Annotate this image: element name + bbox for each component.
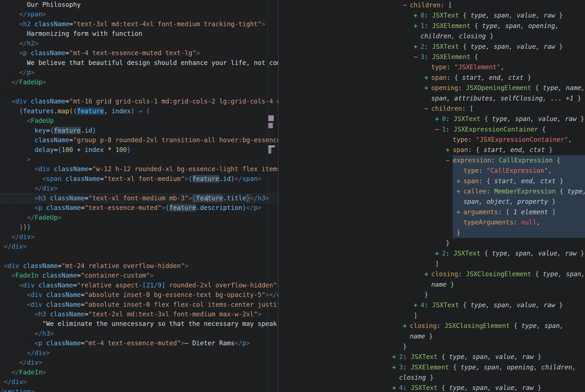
- ast-row[interactable]: +1: JSXElement { type, span, opening,: [278, 21, 585, 31]
- expand-toggle-icon[interactable]: +: [392, 383, 399, 392]
- code-line[interactable]: <div className="w-12 h-12 rounded-xl bg-…: [0, 164, 278, 174]
- expand-toggle-icon[interactable]: +: [403, 321, 410, 331]
- ast-row[interactable]: −children: [: [278, 104, 585, 114]
- ast-row[interactable]: +2: JSXText { type, span, value, raw }: [278, 248, 585, 258]
- ast-row[interactable]: name }: [278, 280, 585, 290]
- code-line[interactable]: "We eliminate the unnecessary so that th…: [0, 319, 278, 329]
- code-line[interactable]: </div>: [0, 358, 278, 368]
- expand-toggle-icon[interactable]: +: [424, 83, 431, 93]
- code-line[interactable]: className="group p-8 rounded-2xl transit…: [0, 136, 278, 145]
- ast-row[interactable]: +0: JSXText { type, span, value, raw }: [278, 114, 585, 124]
- code-line[interactable]: <div className="relative aspect-[21/9] r…: [0, 280, 278, 290]
- ast-row[interactable]: span, object, property }: [278, 196, 585, 207]
- ast-row[interactable]: }: [278, 238, 585, 248]
- code-line[interactable]: ))}: [0, 222, 278, 232]
- expand-toggle-icon[interactable]: +: [414, 10, 421, 20]
- ast-row[interactable]: −3: JSXElement {: [278, 52, 585, 62]
- code-line[interactable]: <p className="mt-4 text-essence-muted te…: [0, 48, 278, 58]
- collapse-toggle-icon[interactable]: −: [435, 124, 442, 134]
- code-line[interactable]: {features.map((feature, index) ⇒ (: [0, 106, 278, 116]
- ast-row[interactable]: +opening: JSXOpeningElement { type, name…: [278, 83, 585, 93]
- code-line-current[interactable]: <h3 className="text-xl font-medium mb-3"…: [0, 194, 278, 203]
- code-line[interactable]: <h2 className="text-3xl md:text-4xl font…: [0, 19, 278, 29]
- code-line[interactable]: </p>: [0, 68, 278, 77]
- code-line[interactable]: We believe that beautiful design should …: [0, 58, 278, 68]
- expand-toggle-icon[interactable]: +: [414, 21, 421, 31]
- code-line[interactable]: </h2>: [0, 39, 278, 48]
- ast-row[interactable]: +4: JSXText { type, span, value, raw }: [278, 300, 585, 310]
- code-line[interactable]: <FadeIn className="container-custom">: [0, 271, 278, 280]
- ast-row[interactable]: type: "JSXExpressionContainer",: [278, 134, 585, 145]
- ast-row[interactable]: }: [278, 290, 585, 300]
- collapse-toggle-icon[interactable]: −: [414, 52, 421, 62]
- code-line[interactable]: key={feature.id}: [0, 126, 278, 136]
- ast-row[interactable]: +span: { start, end, ctxt }: [278, 145, 585, 155]
- expand-toggle-icon[interactable]: +: [392, 362, 399, 372]
- code-line[interactable]: Harmonizing form with function: [0, 29, 278, 38]
- expand-toggle-icon[interactable]: +: [424, 72, 431, 83]
- ast-row[interactable]: +closing: JSXClosingElement { type, span…: [278, 321, 585, 331]
- code-line[interactable]: <div className="mt-24 relative overflow-…: [0, 261, 278, 271]
- ast-row[interactable]: typeArguments: null,: [278, 217, 585, 228]
- ast-row[interactable]: +2: JSXText { type, span, value, raw }: [278, 42, 585, 52]
- code-line[interactable]: </div>: [0, 232, 278, 242]
- ast-row[interactable]: +arguments: [ 1 element ]: [278, 207, 585, 217]
- ast-row[interactable]: type: "JSXElement",: [278, 62, 585, 72]
- code-line[interactable]: <div className="absolute inset-0 flex fl…: [0, 300, 278, 310]
- code-line[interactable]: <h3 className="text-2xl md:text-3xl font…: [0, 310, 278, 319]
- expand-toggle-icon[interactable]: +: [435, 248, 442, 258]
- code-line[interactable]: <p className="mt-4 text-essence-muted">—…: [0, 338, 278, 348]
- code-line[interactable]: </h3>: [0, 329, 278, 338]
- ast-row[interactable]: +4: JSXText { type, span, value, raw }: [278, 383, 585, 392]
- ast-row[interactable]: +span: { start, end, ctxt }: [278, 72, 585, 83]
- expand-toggle-icon[interactable]: +: [392, 352, 399, 362]
- collapse-toggle-icon[interactable]: −: [403, 0, 410, 10]
- code-line[interactable]: <p className="text-essence-muted">{featu…: [0, 203, 278, 213]
- code-line[interactable]: </div>: [0, 184, 278, 193]
- code-line[interactable]: </div>: [0, 348, 278, 358]
- code-line[interactable]: <span className="text-xl font-medium">{f…: [0, 174, 278, 184]
- ast-row[interactable]: −expression: CallExpression {: [278, 155, 585, 166]
- code-line[interactable]: [0, 87, 278, 97]
- code-line[interactable]: [0, 252, 278, 261]
- code-line[interactable]: </FadeUp>: [0, 213, 278, 222]
- expand-toggle-icon[interactable]: +: [446, 145, 453, 155]
- code-line[interactable]: </span>: [0, 10, 278, 19]
- code-line[interactable]: </section>: [0, 387, 278, 392]
- ast-row[interactable]: span, attributes, selfClosing, ... +1 }: [278, 93, 585, 104]
- ast-row[interactable]: +span: { start, end, ctxt }: [278, 176, 585, 186]
- ast-row[interactable]: +3: JSXElement { type, span, opening, ch…: [278, 362, 585, 372]
- ast-explorer-panel[interactable]: −children: [+0: JSXText { type, span, va…: [278, 0, 585, 392]
- expand-toggle-icon[interactable]: +: [457, 207, 463, 217]
- ast-row[interactable]: +0: JSXText { type, span, value, raw }: [278, 10, 585, 20]
- collapse-toggle-icon[interactable]: −: [424, 104, 431, 114]
- ast-row[interactable]: ]: [278, 259, 585, 269]
- ast-row[interactable]: name }: [278, 331, 585, 342]
- code-line[interactable]: </FadeUp>: [0, 78, 278, 87]
- collapse-toggle-icon[interactable]: −: [446, 155, 453, 166]
- code-line[interactable]: <div className="absolute inset-0 bg-esse…: [0, 290, 278, 300]
- code-line[interactable]: <div className="mt-16 grid grid-cols-1 m…: [0, 97, 278, 106]
- code-line[interactable]: </div>: [0, 377, 278, 387]
- ast-row[interactable]: closing }: [278, 372, 585, 383]
- ast-row[interactable]: }: [278, 342, 585, 352]
- expand-toggle-icon[interactable]: +: [435, 114, 442, 124]
- code-line[interactable]: Our Philosophy: [0, 0, 278, 10]
- ast-row[interactable]: ]: [278, 310, 585, 321]
- expand-toggle-icon[interactable]: +: [424, 269, 431, 279]
- code-line[interactable]: >: [0, 155, 278, 164]
- code-line[interactable]: delay={100 + index * 100}: [0, 145, 278, 155]
- expand-toggle-icon[interactable]: +: [414, 42, 421, 52]
- code-line[interactable]: </div>: [0, 242, 278, 252]
- ast-row[interactable]: +callee: MemberExpression { type,: [278, 186, 585, 196]
- ast-row[interactable]: −children: [: [278, 0, 585, 10]
- code-line[interactable]: </FadeIn>: [0, 368, 278, 377]
- code-editor-pane[interactable]: Our Philosophy </span> <h2 className="te…: [0, 0, 278, 392]
- ast-row[interactable]: children, closing }: [278, 31, 585, 41]
- expand-toggle-icon[interactable]: +: [457, 176, 463, 186]
- code-line[interactable]: <FadeUp: [0, 116, 278, 126]
- ast-row[interactable]: +closing: JSXClosingElement { type, span…: [278, 269, 585, 279]
- ast-row[interactable]: type: "CallExpression",: [278, 166, 585, 176]
- expand-toggle-icon[interactable]: +: [457, 186, 463, 196]
- ast-row[interactable]: +2: JSXText { type, span, value, raw }: [278, 352, 585, 362]
